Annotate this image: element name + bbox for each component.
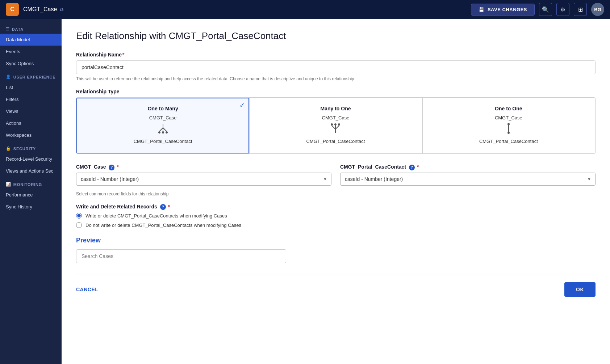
preview-section: Preview [76,237,596,263]
gear-icon: ⚙ [560,6,565,13]
svg-point-15 [507,123,510,125]
sidebar-item-sync-options[interactable]: Sync Options [0,58,62,69]
required-star: * [122,52,124,58]
radio-write-input[interactable] [76,213,82,219]
relationship-name-hint: This will be used to reference the relat… [76,76,596,81]
radio-option-no-write[interactable]: Do not write or delete CMGT_Portal_CaseC… [76,222,596,228]
search-preview-input[interactable] [76,249,286,263]
required-star: * [417,164,419,170]
sidebar: ☰ DATA Data Model Events Sync Options 👤 … [0,19,62,364]
cmgt-case-select-wrap: caseId - Number (Integer) [76,173,331,186]
avatar[interactable]: BG [591,3,604,16]
required-star: * [117,164,118,170]
svg-line-8 [332,126,335,129]
rel-entity-from: CMGT_Case [429,115,589,120]
lock-icon: 🔒 [6,146,11,151]
rel-entity-to: CMGT_Portal_CaseContact [83,139,243,144]
svg-line-10 [335,126,339,129]
rel-card-one-to-many[interactable]: ✓ One to Many CMGT_Case [76,98,249,153]
check-icon: ✓ [239,101,245,109]
sidebar-item-record-level-security[interactable]: Record-Level Security [0,153,62,165]
relationship-type-label: Relationship Type [76,89,596,94]
sidebar-item-data-model[interactable]: Data Model [0,34,62,46]
field-selector-row: CMGT_Case ? * caseId - Number (Integer) … [76,164,596,186]
radio-no-write-input[interactable] [76,222,82,228]
many-to-one-icon [255,123,415,136]
write-delete-section: Write and Delete Related Records ? * Wri… [76,204,596,228]
sidebar-item-workspaces[interactable]: Workspaces [0,129,62,141]
monitoring-icon: 📊 [6,182,11,187]
grid-button[interactable]: ⊞ [574,3,587,16]
ux-section-header: 👤 USER EXPERIENCE [0,69,62,81]
relationship-type-section: Relationship Type ✓ One to Many CMGT_Cas… [76,89,596,154]
cmgt-portal-field-group: CMGT_Portal_CaseContact ? * caseId - Num… [340,164,596,186]
main-layout: ☰ DATA Data Model Events Sync Options 👤 … [0,19,610,364]
sidebar-item-list[interactable]: List [0,81,62,93]
relationship-name-section: Relationship Name* This will be used to … [76,52,596,81]
cmgt-portal-label: CMGT_Portal_CaseContact ? * [340,164,596,170]
rel-card-one-to-one[interactable]: One to One CMGT_Case CMGT_Portal_CaseCon… [422,98,595,153]
svg-point-11 [331,123,333,126]
sidebar-item-views-actions-sec[interactable]: Views and Actions Sec [0,165,62,177]
write-delete-label: Write and Delete Related Records ? * [76,204,596,210]
rel-card-title: One to Many [83,106,243,111]
search-button[interactable]: 🔍 [539,3,552,16]
sidebar-item-events[interactable]: Events [0,46,62,58]
cmgt-portal-select[interactable]: caseId - Number (Integer) [340,173,596,186]
cmgt-case-select[interactable]: caseId - Number (Integer) [76,173,331,186]
rel-entity-from: CMGT_Case [83,115,243,120]
relationship-name-input[interactable] [76,60,596,74]
required-star: * [168,204,170,209]
svg-point-6 [166,131,168,134]
search-icon: 🔍 [542,6,549,13]
database-icon: ☰ [6,27,10,31]
data-section-header: ☰ DATA [0,22,62,34]
radio-option-write[interactable]: Write or delete CMGT_Portal_CaseContacts… [76,213,596,219]
save-icon: 💾 [479,7,485,12]
save-changes-button[interactable]: 💾 SAVE CHANGES [471,4,535,16]
rel-card-title: One to One [429,106,589,111]
main-content: Edit Relationship with CMGT_Portal_CaseC… [62,19,610,364]
user-icon: 👤 [6,75,11,79]
svg-point-16 [507,132,510,134]
cmgt-case-field-group: CMGT_Case ? * caseId - Number (Integer) [76,164,331,186]
cancel-button[interactable]: CANCEL [76,283,98,296]
cmgt-case-help-icon[interactable]: ? [109,165,114,170]
sidebar-item-performance[interactable]: Performance [0,189,62,201]
sidebar-item-views[interactable]: Views [0,105,62,117]
preview-title: Preview [76,237,596,244]
rel-card-title: Many to One [255,106,415,111]
svg-point-5 [162,131,164,134]
relationship-type-grid: ✓ One to Many CMGT_Case [76,97,596,154]
relationship-name-label: Relationship Name* [76,52,596,58]
field-hint: Select common record fields for this rel… [76,191,596,196]
settings-button[interactable]: ⚙ [556,3,569,16]
sidebar-item-actions[interactable]: Actions [0,117,62,129]
ok-button[interactable]: OK [564,282,596,297]
svg-line-1 [159,128,163,131]
write-delete-help-icon[interactable]: ? [160,204,166,210]
sidebar-item-sync-history[interactable]: Sync History [0,201,62,213]
rel-entity-to: CMGT_Portal_CaseContact [429,139,589,144]
one-to-one-icon [429,123,589,136]
svg-point-12 [334,123,337,126]
bottom-action-bar: CANCEL OK [76,275,596,297]
cmgt-case-label: CMGT_Case ? * [76,164,331,170]
grid-icon: ⊞ [578,6,583,13]
security-section-header: 🔒 SECURITY [0,141,62,153]
cmgt-portal-help-icon[interactable]: ? [409,165,415,170]
external-link-icon[interactable]: ⧉ [60,7,63,13]
svg-point-13 [338,123,340,126]
page-title: Edit Relationship with CMGT_Portal_CaseC… [76,30,596,42]
sidebar-item-filters[interactable]: Filters [0,93,62,105]
svg-point-4 [158,131,160,134]
monitoring-section-header: 📊 MONITORING [0,177,62,189]
rel-entity-to: CMGT_Portal_CaseContact [255,139,415,144]
app-logo: C [6,3,19,16]
cmgt-portal-select-wrap: caseId - Number (Integer) [340,173,596,186]
rel-card-many-to-one[interactable]: Many to One CMGT_Case [249,98,422,153]
topbar: C CMGT_Case ⧉ 💾 SAVE CHANGES 🔍 ⚙ ⊞ BG [0,0,610,19]
one-to-many-icon [83,123,243,136]
rel-entity-from: CMGT_Case [255,115,415,120]
svg-line-3 [163,128,167,131]
